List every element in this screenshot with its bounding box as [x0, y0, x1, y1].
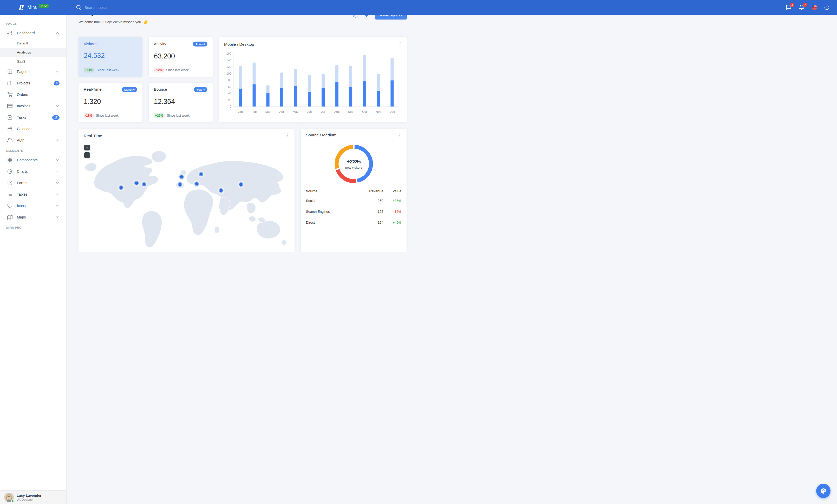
card-menu-button[interactable] — [397, 41, 403, 46]
sidebar-section-elements: Elements — [0, 146, 66, 154]
svg-text:80: 80 — [228, 78, 231, 81]
sidebar-item-tables[interactable]: Tables — [0, 189, 66, 200]
map-visitor-marker[interactable] — [218, 187, 225, 194]
svg-text:120: 120 — [227, 65, 231, 68]
chevron-down-icon — [55, 192, 59, 197]
stat-value: 24.532 — [84, 52, 137, 60]
stat-period-badge[interactable]: Yearly — [194, 87, 208, 92]
stat-period-badge[interactable]: Annual — [193, 41, 208, 46]
source-row-search-engines: Search Engines 125 -12% — [306, 206, 401, 217]
chevron-down-icon — [55, 169, 59, 173]
list-icon — [7, 192, 13, 197]
stat-delta-badge: -12% — [154, 68, 164, 73]
svg-text:Feb: Feb — [252, 110, 257, 113]
revenue-cell: 164 — [355, 217, 384, 228]
map-visitor-marker[interactable] — [118, 184, 125, 191]
stat-title: Visitors — [84, 41, 96, 46]
svg-text:Mar: Mar — [265, 110, 271, 113]
users-icon — [7, 138, 13, 143]
map-visitor-marker[interactable] — [177, 181, 183, 188]
chevron-down-icon — [55, 204, 59, 208]
map-landmass — [184, 189, 213, 236]
world-map[interactable]: + − — [78, 142, 295, 252]
sidebar-item-pages[interactable]: Pages — [0, 66, 66, 77]
card-menu-button[interactable] — [285, 133, 290, 138]
calendar-icon — [7, 126, 13, 131]
sidebar-item-label: Charts — [17, 169, 55, 173]
map-zoom-out-button[interactable]: − — [84, 152, 90, 158]
layout-icon — [7, 69, 13, 74]
sidebar-item-label: Projects — [17, 81, 54, 85]
map-visitor-marker[interactable] — [133, 180, 140, 187]
svg-text:40: 40 — [228, 92, 231, 95]
realtime-title: Real-Time — [84, 133, 289, 138]
card-menu-button[interactable] — [397, 133, 403, 138]
sidebar-item-components[interactable]: Components — [0, 154, 66, 166]
stat-card-bounce: Bounce Yearly 12.364 +27% Since last wee… — [149, 82, 213, 123]
sidebar-item-label: Invoices — [17, 104, 55, 108]
more-vertical-icon — [397, 41, 403, 46]
more-vertical-icon — [397, 133, 403, 138]
sidebar-item-projects[interactable]: Projects8 — [0, 77, 66, 89]
map-zoom-in-button[interactable]: + — [84, 145, 90, 150]
source-cell: Direct — [306, 217, 355, 228]
map-visitor-marker[interactable] — [198, 171, 204, 178]
brand[interactable]: Mira PRO — [0, 4, 67, 11]
map-landmass — [259, 218, 265, 223]
check-square-icon — [7, 115, 13, 120]
svg-text:Dec: Dec — [389, 110, 395, 113]
welcome-message: Welcome back, Lucy! We've missed you. — [78, 20, 148, 24]
briefcase-icon — [7, 80, 13, 86]
source-donut-chart: +23% new visitors — [333, 143, 375, 185]
stat-note: Since last week — [166, 68, 189, 72]
sidebar-item-forms[interactable]: Forms — [0, 177, 66, 189]
sidebar-item-icons[interactable]: Icons — [0, 200, 66, 211]
stat-card-real-time: Real-Time Monthly 1.320 -18% Since last … — [78, 82, 142, 123]
grid-icon — [7, 157, 13, 163]
map-visitor-marker[interactable] — [141, 181, 147, 188]
value-cell: +46% — [384, 217, 401, 228]
sidebar-item-dashboard[interactable]: Dashboard — [0, 27, 66, 39]
chevron-down-icon — [55, 158, 59, 162]
source-medium-card: Source / Medium +23% new visitors Source… — [301, 129, 407, 252]
map-visitor-marker[interactable] — [178, 173, 185, 180]
sidebar-item-auth[interactable]: Auth — [0, 135, 66, 146]
chevron-down-icon — [55, 181, 59, 185]
col-value: Value — [384, 187, 401, 195]
value-cell: +35% — [384, 195, 401, 206]
svg-text:100: 100 — [227, 72, 231, 75]
sidebar-item-invoices[interactable]: Invoices — [0, 100, 66, 112]
map-landmass — [142, 211, 162, 247]
search-input[interactable] — [85, 5, 162, 10]
revenue-cell: 125 — [355, 206, 384, 217]
map-landmass — [274, 183, 279, 189]
sidebar-item-label: Dashboard — [17, 31, 55, 35]
svg-text:Jul: Jul — [321, 110, 325, 113]
sidebar-subitem-default[interactable]: Default — [0, 39, 66, 48]
map-visitor-marker[interactable] — [237, 181, 244, 188]
map-landmass — [256, 221, 280, 239]
stat-title: Activity — [154, 41, 166, 46]
map-icon — [7, 214, 13, 220]
brand-name: Mira — [27, 5, 37, 10]
sidebar-subitem-saas[interactable]: SaaS — [0, 57, 66, 66]
stat-card-activity: Activity Annual 63.200 -12% Since last w… — [149, 37, 213, 77]
sidebar-item-maps[interactable]: Maps — [0, 211, 66, 223]
mobile-desktop-chart-card: Mobile / Desktop 020406080100120140160Ja… — [219, 37, 407, 123]
world-map-svg — [78, 142, 295, 252]
col-source: Source — [306, 187, 355, 195]
waving-hand-emoji — [143, 20, 148, 24]
svg-text:Apr: Apr — [280, 110, 284, 113]
map-landmass — [249, 216, 256, 222]
sidebar-item-orders[interactable]: Orders — [0, 89, 66, 100]
stat-period-badge[interactable]: Monthly — [122, 87, 137, 92]
map-visitor-marker[interactable] — [193, 180, 200, 187]
map-landmass — [94, 156, 158, 208]
sidebar-item-calendar[interactable]: Calendar — [0, 123, 66, 135]
sidebar-item-tasks[interactable]: Tasks17 — [0, 112, 66, 123]
map-landmass — [214, 226, 219, 233]
mobile-desktop-bar-chart: 020406080100120140160JanFebMarAprMayJunJ… — [224, 50, 402, 115]
sidebar-item-charts[interactable]: Charts — [0, 166, 66, 177]
sidebar-subitem-analytics[interactable]: Analytics — [0, 48, 66, 57]
map-landmass — [152, 151, 166, 162]
